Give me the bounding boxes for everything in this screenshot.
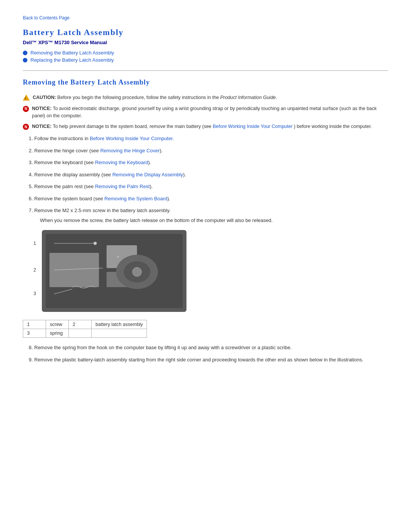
- toc-link-replacing[interactable]: Replacing the Battery Latch Assembly: [30, 57, 114, 63]
- step-5-link[interactable]: Removing the Palm Rest: [95, 184, 150, 189]
- toc-bullet-2: [23, 58, 27, 62]
- callout-1: 1: [33, 241, 36, 246]
- diagram-svg: [42, 230, 186, 312]
- callout-2: 2: [33, 267, 36, 273]
- notice-block-2: N NOTICE: To help prevent damage to the …: [23, 123, 388, 130]
- part-desc-2: [92, 329, 147, 338]
- step-3: Remove the keyboard (see Removing the Ke…: [34, 159, 388, 166]
- caution-block: ! CAUTION: Before you begin the followin…: [23, 94, 388, 101]
- callout-3: 3: [33, 291, 36, 296]
- step-6: Remove the system board (see Removing th…: [34, 195, 388, 203]
- step-7-note: When you remove the screw, the battery l…: [40, 217, 388, 224]
- part-num-1: 1: [23, 320, 46, 329]
- step-6-link[interactable]: Removing the System Board: [104, 196, 167, 201]
- step-4-link[interactable]: Removing the Display Assembly: [112, 172, 183, 177]
- caution-icon: !: [23, 94, 30, 101]
- notice-icon-1: N: [23, 106, 29, 112]
- part-num-2: 2: [69, 320, 92, 329]
- part-desc-1: battery latch assembly: [92, 320, 147, 329]
- step-2-link[interactable]: Removing the Hinge Cover: [100, 148, 159, 153]
- notice-text-1: NOTICE: To avoid electrostatic discharge…: [32, 105, 388, 120]
- part-label-2: spring: [46, 329, 69, 338]
- notice-icon-2: N: [23, 124, 29, 130]
- part-label-1: screw: [46, 320, 69, 329]
- caution-text: CAUTION: Before you begin the following …: [33, 94, 277, 101]
- section-divider: [23, 70, 388, 71]
- step-1-link[interactable]: Before Working Inside Your Computer: [90, 136, 172, 141]
- step-1: Follow the instructions in Before Workin…: [34, 135, 388, 142]
- step-9: Remove the plastic battery-latch assembl…: [34, 356, 388, 364]
- svg-point-8: [94, 242, 97, 245]
- table-row-1: 1 screw 2 battery latch assembly: [23, 320, 147, 329]
- step-3-link[interactable]: Removing the Keyboard: [95, 160, 148, 165]
- step-4: Remove the display assembly (see Removin…: [34, 171, 388, 179]
- toc-list: Removing the Battery Latch Assembly Repl…: [23, 50, 388, 63]
- notice-block-1: N NOTICE: To avoid electrostatic dischar…: [23, 105, 388, 120]
- page-title: Battery Latch Assembly: [23, 27, 388, 37]
- toc-bullet-1: [23, 51, 27, 55]
- step-7: Remove the M2 x 2.5-mm screw in the batt…: [34, 207, 388, 224]
- diagram-area: 1 2 3: [30, 230, 194, 314]
- notice-2-link[interactable]: Before Working Inside Your Computer: [213, 124, 293, 129]
- step-2: Remove the hinge cover (see Removing the…: [34, 147, 388, 155]
- steps-list-2: Remove the spring from the hook on the c…: [34, 344, 388, 363]
- toc-link-removing[interactable]: Removing the Battery Latch Assembly: [30, 50, 114, 56]
- back-link[interactable]: Back to Contents Page: [23, 15, 388, 21]
- subtitle: Dell™ XPS™ M1730 Service Manual: [23, 40, 388, 45]
- notice-text-2: NOTICE: To help prevent damage to the sy…: [32, 123, 372, 130]
- section-title-removing: Removing the Battery Latch Assembly: [23, 78, 388, 86]
- table-row-2: 3 spring: [23, 329, 147, 338]
- step-5: Remove the palm rest (see Removing the P…: [34, 183, 388, 190]
- part-num-4: [69, 329, 92, 338]
- steps-list: Follow the instructions in Before Workin…: [34, 135, 388, 224]
- parts-table: 1 screw 2 battery latch assembly 3 sprin…: [23, 320, 147, 338]
- svg-point-9: [117, 256, 119, 258]
- svg-point-7: [132, 267, 142, 276]
- step-8: Remove the spring from the hook on the c…: [34, 344, 388, 351]
- part-num-3: 3: [23, 329, 46, 338]
